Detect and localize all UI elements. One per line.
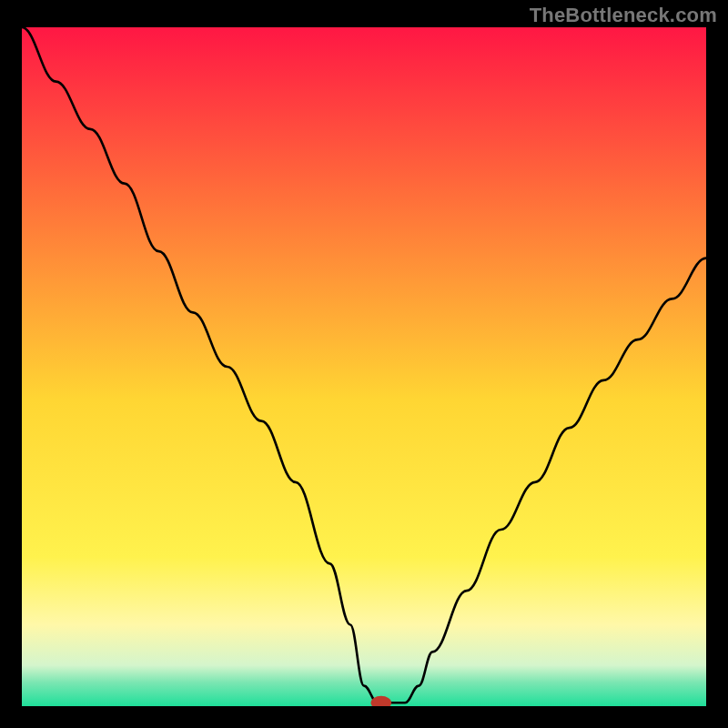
plot-area [22,27,706,706]
watermark-text: TheBottleneck.com [530,4,717,27]
chart-frame: TheBottleneck.com [0,0,728,728]
bottleneck-chart [22,27,706,706]
gradient-background [22,27,706,706]
